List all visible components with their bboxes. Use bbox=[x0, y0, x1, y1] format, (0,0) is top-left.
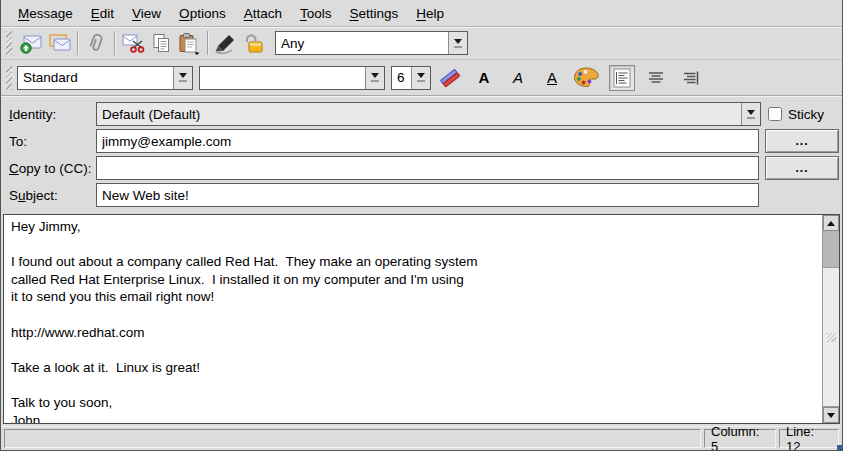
bold-button[interactable]: A bbox=[471, 65, 497, 91]
paste-icon bbox=[177, 32, 201, 55]
chevron-down-icon bbox=[179, 73, 187, 78]
identity-row: Identity: Default (Default) Sticky bbox=[1, 102, 842, 126]
sticky-checkbox[interactable] bbox=[768, 107, 782, 121]
to-label: To: bbox=[1, 134, 96, 149]
underline-icon: A bbox=[547, 69, 557, 86]
align-center-button[interactable] bbox=[643, 65, 669, 91]
paragraph-style-dropdown[interactable] bbox=[173, 67, 192, 89]
font-size-value: 6 bbox=[392, 70, 411, 85]
toolbar-drag-handle[interactable] bbox=[6, 66, 12, 90]
menu-settings[interactable]: Settings bbox=[340, 4, 407, 23]
text-color-button[interactable] bbox=[573, 65, 599, 91]
toolbar-separator bbox=[77, 31, 78, 55]
paperclip-icon bbox=[85, 32, 107, 55]
scroll-down-button[interactable] bbox=[823, 407, 839, 423]
status-message-panel bbox=[4, 429, 701, 448]
menu-message[interactable]: Message bbox=[9, 4, 82, 23]
toolbar-separator bbox=[114, 31, 115, 55]
font-family-combo[interactable] bbox=[199, 66, 385, 90]
chevron-down-icon bbox=[417, 73, 425, 78]
menu-bar: Message Edit View Options Attach Tools S… bbox=[1, 0, 842, 27]
toolbar-separator bbox=[207, 31, 208, 55]
chevron-down-icon bbox=[454, 39, 462, 44]
encrypt-message-button[interactable] bbox=[240, 30, 268, 57]
queue-mail-button[interactable] bbox=[45, 30, 73, 57]
status-bar: Column: 5 Line: 12 bbox=[1, 426, 842, 450]
format-toolbar: Standard 6 A A A bbox=[1, 60, 842, 96]
crypto-format-value: Any bbox=[276, 36, 448, 51]
eraser-icon bbox=[438, 67, 462, 89]
to-row: To: ... bbox=[1, 129, 842, 153]
sticky-option: Sticky bbox=[765, 107, 839, 122]
identity-label: Identity: bbox=[1, 107, 96, 122]
menu-tools[interactable]: Tools bbox=[291, 4, 341, 23]
font-size-dropdown[interactable] bbox=[411, 67, 430, 89]
subject-label: Subject: bbox=[1, 188, 96, 203]
scroll-up-button[interactable] bbox=[823, 215, 839, 231]
identity-value: Default (Default) bbox=[97, 107, 741, 122]
italic-button[interactable]: A bbox=[505, 65, 531, 91]
to-addressbook-button[interactable]: ... bbox=[765, 129, 839, 153]
status-column-indicator: Column: 5 bbox=[704, 429, 776, 448]
menu-help[interactable]: Help bbox=[407, 4, 453, 23]
underline-button[interactable]: A bbox=[539, 65, 565, 91]
menu-view[interactable]: View bbox=[123, 4, 170, 23]
paste-button[interactable] bbox=[175, 30, 203, 57]
sign-message-button[interactable] bbox=[212, 30, 240, 57]
cc-addressbook-button[interactable]: ... bbox=[765, 156, 839, 180]
paragraph-style-value: Standard bbox=[18, 70, 173, 85]
chevron-down-icon bbox=[747, 110, 755, 115]
font-family-dropdown[interactable] bbox=[365, 67, 384, 89]
toolbar-drag-handle[interactable] bbox=[6, 31, 12, 55]
pen-icon bbox=[212, 33, 240, 54]
message-body-text[interactable]: Hey Jimmy, I found out about a company c… bbox=[4, 215, 822, 423]
align-right-button[interactable] bbox=[677, 65, 703, 91]
crypto-format-dropdown[interactable] bbox=[448, 32, 467, 54]
bold-icon: A bbox=[479, 69, 490, 86]
sticky-label: Sticky bbox=[788, 107, 824, 122]
chevron-down-icon bbox=[371, 73, 379, 78]
open-padlock-icon bbox=[243, 32, 265, 55]
cc-row: Copy to (CC): ... bbox=[1, 156, 842, 180]
crypto-format-combo[interactable]: Any bbox=[275, 31, 468, 55]
align-center-icon bbox=[647, 70, 665, 86]
mail-composer-window: Message Edit View Options Attach Tools S… bbox=[0, 0, 843, 451]
cc-label: Copy to (CC): bbox=[1, 161, 96, 176]
subject-row: Subject: bbox=[1, 183, 842, 207]
send-mail-icon bbox=[19, 32, 44, 55]
arrow-up-icon bbox=[827, 221, 835, 226]
copy-icon bbox=[151, 32, 172, 55]
copy-button[interactable] bbox=[147, 30, 175, 57]
cut-button[interactable] bbox=[119, 30, 147, 57]
scrollbar-grip-icon bbox=[827, 333, 836, 342]
to-input[interactable] bbox=[96, 129, 759, 153]
send-mail-button[interactable] bbox=[17, 30, 45, 57]
attach-file-button[interactable] bbox=[82, 30, 110, 57]
cc-input[interactable] bbox=[96, 156, 759, 180]
editor-scrollbar[interactable] bbox=[822, 215, 839, 423]
menu-attach[interactable]: Attach bbox=[235, 4, 291, 23]
palette-icon bbox=[573, 66, 600, 89]
scrollbar-thumb[interactable] bbox=[823, 267, 839, 407]
message-body-editor: Hey Jimmy, I found out about a company c… bbox=[3, 214, 840, 424]
cut-icon bbox=[121, 32, 146, 55]
italic-icon: A bbox=[513, 69, 523, 86]
queue-mail-icon bbox=[47, 32, 72, 55]
menu-edit[interactable]: Edit bbox=[82, 4, 123, 23]
identity-combo[interactable]: Default (Default) bbox=[96, 102, 761, 126]
font-size-combo[interactable]: 6 bbox=[391, 66, 431, 90]
arrow-down-icon bbox=[827, 413, 835, 418]
window-resize-corner[interactable] bbox=[837, 445, 842, 450]
scrollbar-track[interactable] bbox=[823, 231, 839, 267]
main-toolbar: Any bbox=[1, 27, 842, 60]
identity-dropdown[interactable] bbox=[741, 103, 760, 125]
align-left-button[interactable] bbox=[609, 65, 635, 91]
message-headers: Identity: Default (Default) Sticky To: .… bbox=[1, 96, 842, 213]
paragraph-style-combo[interactable]: Standard bbox=[17, 66, 193, 90]
menu-options[interactable]: Options bbox=[170, 4, 235, 23]
align-left-icon bbox=[613, 68, 631, 88]
remove-formatting-button[interactable] bbox=[437, 65, 463, 91]
align-right-icon bbox=[681, 70, 699, 86]
status-line-indicator: Line: 12 bbox=[779, 429, 839, 448]
subject-input[interactable] bbox=[96, 183, 759, 207]
